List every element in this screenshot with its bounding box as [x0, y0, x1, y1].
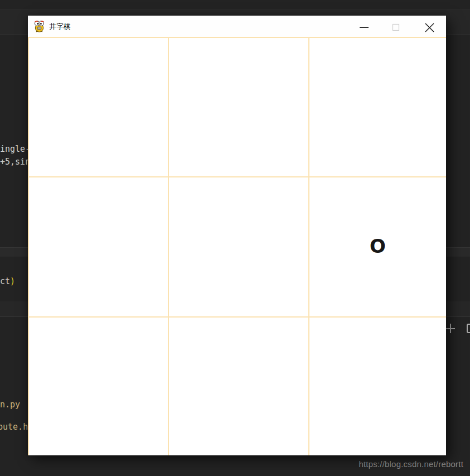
game-board-canvas[interactable]: O [28, 37, 446, 455]
board-cell-0-2[interactable] [307, 37, 446, 176]
split-terminal-icon[interactable] [467, 324, 470, 333]
maximize-button[interactable] [387, 18, 404, 35]
board-cell-1-1[interactable] [167, 176, 307, 316]
minimize-button[interactable] [356, 18, 372, 35]
new-terminal-plus-icon[interactable] [445, 324, 455, 333]
code-text: ct [0, 277, 10, 286]
code-fragment: ct) [0, 277, 28, 286]
tic-tac-toe-window: 井字棋 [28, 16, 446, 455]
board-cell-0-1[interactable] [167, 37, 307, 176]
board-cell-1-0[interactable] [28, 176, 167, 316]
tk-mascot-icon [33, 20, 45, 32]
code-fragment: ingle- [0, 145, 28, 154]
code-text: +5,sin [0, 157, 28, 167]
code-text: ingle- [0, 145, 28, 154]
terminal-text: bute.h [0, 422, 28, 432]
code-fragment: +5,sin [0, 157, 28, 167]
terminal-text: n.py [0, 400, 20, 410]
watermark-url: https://blog.csdn.net/rebortt [358, 459, 463, 469]
board-cell-2-2[interactable] [307, 316, 446, 455]
board-cell-2-0[interactable] [28, 316, 167, 455]
code-bracket: ) [10, 277, 15, 286]
window-title: 井字棋 [49, 22, 71, 32]
piece-o: O [370, 235, 386, 257]
screen: ingle- +5,sin ct) n.py bute.h https://bl… [0, 0, 470, 476]
terminal-text-fragment: n.py [0, 400, 28, 410]
board-cell-2-1[interactable] [167, 316, 307, 455]
window-titlebar[interactable]: 井字棋 [28, 16, 446, 37]
close-button[interactable] [421, 18, 438, 35]
terminal-text-fragment: bute.h [0, 422, 28, 432]
board-cell-0-0[interactable] [28, 37, 167, 176]
